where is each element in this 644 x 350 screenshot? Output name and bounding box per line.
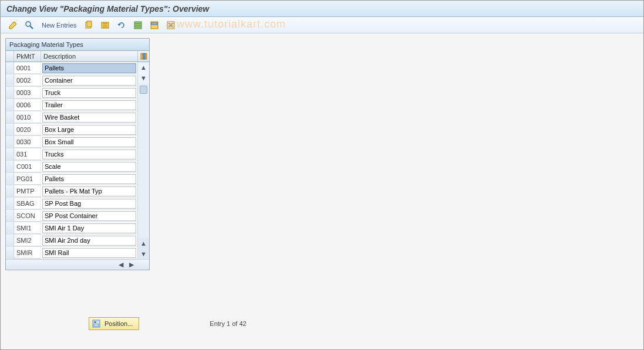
rows-container: 0001000200030006001000200030031C001PG01P… (6, 62, 137, 259)
description-input[interactable] (42, 113, 136, 123)
cell-code[interactable]: SMI1 (14, 222, 41, 234)
grid-header: PkMtT Description (6, 51, 149, 62)
cell-code[interactable]: SMIR (14, 247, 41, 259)
cell-description (41, 235, 137, 246)
watermark-text: www.tutorialkart.com (177, 18, 286, 30)
cell-code[interactable]: 0001 (14, 62, 41, 74)
description-input[interactable] (42, 88, 136, 98)
horizontal-scrollbar[interactable]: ◀ ▶ (6, 259, 149, 270)
cell-code[interactable]: 0002 (14, 74, 41, 86)
position-label: Position... (104, 320, 133, 327)
row-selector[interactable] (6, 210, 14, 222)
row-selector[interactable] (6, 148, 14, 160)
panel-title: Packaging Material Types (6, 39, 149, 51)
cell-description (41, 161, 137, 172)
cell-code[interactable]: SCON (14, 210, 41, 222)
description-input[interactable] (42, 100, 136, 110)
row-selector[interactable] (6, 124, 14, 135)
table-row: 0010 (6, 111, 137, 124)
cell-code[interactable]: 0006 (14, 99, 41, 111)
row-selector[interactable] (6, 198, 14, 209)
configure-columns-icon[interactable] (137, 51, 149, 62)
toggle-display-change-icon[interactable] (6, 19, 19, 31)
cell-description (41, 124, 137, 135)
deselect-all-icon[interactable] (164, 19, 177, 31)
row-selector[interactable] (6, 111, 14, 123)
table-row: 0002 (6, 74, 137, 87)
row-selector[interactable] (6, 247, 14, 259)
description-input[interactable] (42, 162, 136, 172)
row-selector[interactable] (6, 222, 14, 234)
panel-packaging-material-types: Packaging Material Types PkMtT Descripti… (5, 38, 150, 270)
description-input[interactable] (42, 174, 136, 184)
cell-code[interactable]: C001 (14, 161, 41, 172)
cell-code[interactable]: PG01 (14, 173, 41, 185)
table-row: 0030 (6, 136, 137, 148)
position-icon (92, 319, 101, 328)
table-row: PG01 (6, 173, 137, 185)
table-row: SMIR (6, 247, 137, 259)
new-entries-button[interactable]: New Entries (39, 22, 79, 29)
table-row: SMI2 (6, 235, 137, 247)
description-input[interactable] (42, 248, 136, 258)
cell-code[interactable]: 0030 (14, 136, 41, 148)
select-block-icon[interactable] (148, 19, 161, 31)
scroll-handle[interactable] (140, 86, 147, 94)
copy-as-icon[interactable] (82, 19, 95, 31)
scroll-down-icon[interactable]: ▼ (138, 249, 149, 259)
cell-code[interactable]: 0020 (14, 124, 41, 135)
description-input[interactable] (42, 223, 136, 233)
row-selector[interactable] (6, 173, 14, 185)
col-header-code[interactable]: PkMtT (14, 51, 41, 62)
table-row: 031 (6, 148, 137, 161)
row-selector[interactable] (6, 62, 14, 74)
col-header-description[interactable]: Description (41, 51, 137, 62)
cell-code[interactable]: 0003 (14, 87, 41, 98)
cell-description (41, 210, 137, 222)
row-selector[interactable] (6, 161, 14, 172)
position-button[interactable]: Position... (89, 317, 139, 330)
description-input[interactable] (42, 76, 136, 86)
window-title: Change View "Packaging Material Types": … (1, 1, 643, 17)
description-input[interactable] (42, 125, 136, 135)
cell-description (41, 185, 137, 197)
cell-description (41, 148, 137, 160)
col-row-selector[interactable] (6, 51, 14, 62)
vertical-scrollbar[interactable]: ▲ ▼ ▲ ▼ (137, 62, 149, 259)
row-selector[interactable] (6, 235, 14, 246)
row-selector[interactable] (6, 74, 14, 86)
scroll-down-step-icon[interactable]: ▼ (138, 73, 149, 83)
find-icon[interactable] (23, 19, 36, 31)
table-row: 0020 (6, 124, 137, 136)
cell-code[interactable]: SMI2 (14, 235, 41, 246)
description-input[interactable] (42, 149, 136, 159)
row-selector[interactable] (6, 136, 14, 148)
row-selector[interactable] (6, 99, 14, 111)
cell-description (41, 62, 137, 74)
cell-code[interactable]: SBAG (14, 198, 41, 209)
cell-code[interactable]: 031 (14, 148, 41, 160)
description-input[interactable] (42, 186, 136, 196)
cell-code[interactable]: 0010 (14, 111, 41, 123)
scroll-right-icon[interactable]: ▶ (127, 261, 136, 269)
select-all-icon[interactable] (132, 19, 144, 31)
description-input[interactable] (42, 211, 136, 221)
scroll-track[interactable] (138, 83, 149, 238)
undo-change-icon[interactable] (115, 19, 128, 31)
description-input[interactable] (42, 236, 136, 246)
description-input[interactable] (42, 137, 136, 147)
cell-description (41, 247, 137, 259)
scroll-left-icon[interactable]: ◀ (116, 261, 126, 269)
scroll-up-page-icon[interactable]: ▲ (138, 238, 149, 249)
toolbar: New Entries www.tutorialkart.com (1, 17, 643, 33)
cell-description (41, 111, 137, 123)
table-row: 0006 (6, 99, 137, 111)
description-input[interactable] (42, 199, 136, 209)
delete-icon[interactable] (99, 19, 112, 31)
row-selector[interactable] (6, 185, 14, 197)
row-selector[interactable] (6, 87, 14, 98)
cell-description (41, 222, 137, 234)
cell-code[interactable]: PMTP (14, 185, 41, 197)
description-input[interactable] (42, 63, 136, 73)
scroll-up-icon[interactable]: ▲ (138, 62, 149, 73)
